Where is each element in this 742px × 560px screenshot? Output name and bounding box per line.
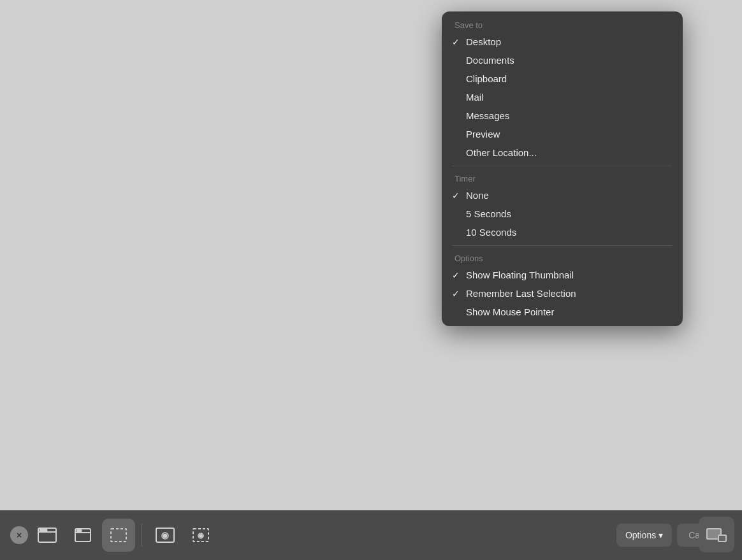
toolbar-divider (142, 524, 142, 547)
menu-item-desktop[interactable]: ✓ Desktop (442, 32, 683, 51)
menu-item-other-location[interactable]: Other Location... (442, 143, 683, 162)
toolbar: × (0, 510, 742, 560)
screenshot-icon-graphic (705, 523, 728, 546)
screen-record-button[interactable] (149, 519, 182, 552)
full-screen-capture-button[interactable] (31, 519, 64, 552)
svg-rect-9 (111, 529, 126, 542)
checkmark-desktop: ✓ (452, 37, 460, 47)
menu-item-clipboard[interactable]: Clipboard (442, 69, 683, 88)
menu-item-preview[interactable]: Preview (442, 125, 683, 143)
menu-item-10-seconds[interactable]: 10 Seconds (442, 223, 683, 241)
svg-point-12 (164, 535, 167, 538)
selection-capture-button[interactable] (102, 519, 135, 552)
options-button[interactable]: Options ▾ (616, 524, 672, 547)
menu-item-remember-last-selection[interactable]: ✓ Remember Last Selection (442, 284, 683, 303)
svg-point-15 (200, 535, 202, 537)
divider-2 (452, 245, 673, 246)
svg-rect-19 (719, 536, 725, 541)
full-screen-icon (37, 525, 57, 545)
menu-item-show-mouse-pointer[interactable]: Show Mouse Pointer (442, 303, 683, 321)
checkmark-remember-last-selection: ✓ (452, 289, 460, 299)
screen-record-icon (155, 525, 175, 545)
menu-item-mail[interactable]: Mail (442, 88, 683, 106)
options-section-label: Options (442, 250, 683, 266)
selection-record-button[interactable] (184, 519, 217, 552)
menu-item-none[interactable]: ✓ None (442, 186, 683, 205)
selection-record-icon (191, 525, 211, 545)
svg-point-7 (77, 530, 79, 532)
menu-item-5-seconds[interactable]: 5 Seconds (442, 205, 683, 223)
svg-point-2 (40, 529, 42, 531)
menu-item-documents[interactable]: Documents (442, 51, 683, 69)
checkmark-floating-thumbnail: ✓ (452, 270, 460, 280)
menu-item-messages[interactable]: Messages (442, 106, 683, 125)
svg-point-4 (45, 529, 47, 531)
svg-point-8 (80, 530, 82, 532)
screenshot-app-icon (699, 517, 734, 552)
svg-point-3 (43, 529, 45, 531)
dropdown-menu: Save to ✓ Desktop Documents Clipboard Ma… (442, 11, 683, 326)
checkmark-none: ✓ (452, 190, 460, 201)
selection-icon (108, 525, 129, 545)
window-capture-button[interactable] (66, 519, 99, 552)
close-button[interactable]: × (10, 526, 28, 544)
timer-section-label: Timer (442, 170, 683, 186)
window-icon (73, 525, 93, 545)
save-to-section-label: Save to (442, 17, 683, 32)
menu-item-show-floating-thumbnail[interactable]: ✓ Show Floating Thumbnail (442, 266, 683, 284)
divider-1 (452, 166, 673, 166)
